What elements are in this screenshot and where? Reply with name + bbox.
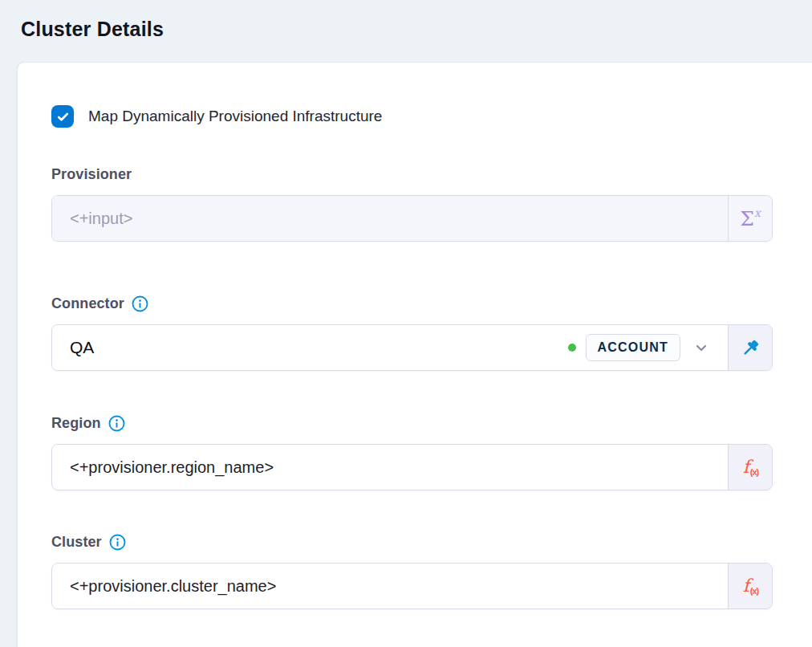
map-dynamic-infra-checkbox[interactable] (51, 105, 74, 128)
connector-input-group: QA ACCOUNT (51, 324, 773, 371)
connector-value: QA (70, 338, 94, 357)
card-content: Map Dynamically Provisioned Infrastructu… (51, 105, 773, 609)
fx-expression-icon[interactable]: f(x) (729, 445, 772, 490)
sigma-glyph: Σ (740, 209, 754, 229)
provisioner-label: Provisioner (51, 166, 132, 183)
info-icon (108, 415, 125, 432)
page-title: Cluster Details (21, 18, 164, 41)
connector-info-button[interactable] (132, 295, 148, 312)
sigma-sup-glyph: x (754, 206, 761, 219)
map-dynamic-infra-label: Map Dynamically Provisioned Infrastructu… (88, 108, 382, 125)
connector-field-section: Connector QA ACCOUNT (51, 294, 773, 371)
info-icon (109, 534, 126, 551)
chevron-down-icon (692, 339, 710, 356)
region-field-section: Region f(x) (51, 413, 773, 490)
cluster-details-card: Map Dynamically Provisioned Infrastructu… (18, 63, 812, 647)
info-icon (132, 295, 148, 312)
connector-scope-badge: ACCOUNT (586, 334, 680, 361)
pin-icon (740, 337, 761, 359)
fx-sub-glyph: (x) (750, 586, 758, 596)
cluster-input-group: f(x) (51, 563, 773, 609)
cluster-input[interactable] (52, 564, 728, 608)
sigma-expression-icon[interactable]: Σx (729, 196, 772, 241)
region-label: Region (51, 415, 101, 432)
region-input-group: f(x) (51, 444, 773, 490)
fx-sub-glyph: (x) (750, 467, 758, 477)
region-input[interactable] (52, 445, 728, 490)
provisioner-field (52, 196, 729, 241)
connector-pin-button[interactable] (729, 325, 772, 370)
connector-select-right: ACCOUNT (568, 334, 712, 361)
cluster-info-button[interactable] (109, 534, 126, 551)
connector-status-dot (568, 344, 576, 352)
provisioner-input-group: Σx (51, 195, 773, 242)
region-field (52, 445, 729, 490)
provisioner-input[interactable] (52, 196, 728, 241)
checkmark-icon (56, 110, 70, 124)
fx-glyph: f (743, 577, 749, 595)
connector-dropdown-button[interactable] (691, 337, 712, 358)
provisioner-field-section: Provisioner Σx (51, 165, 773, 242)
region-info-button[interactable] (108, 415, 125, 432)
connector-select[interactable]: QA ACCOUNT (52, 325, 729, 370)
fx-glyph: f (743, 458, 749, 476)
fx-expression-icon[interactable]: f(x) (729, 564, 772, 608)
cluster-field (52, 564, 729, 608)
cluster-field-section: Cluster f(x) (51, 532, 773, 609)
map-dynamic-infra-checkbox-row[interactable]: Map Dynamically Provisioned Infrastructu… (51, 105, 773, 128)
connector-label: Connector (51, 295, 124, 312)
cluster-label: Cluster (51, 534, 102, 551)
